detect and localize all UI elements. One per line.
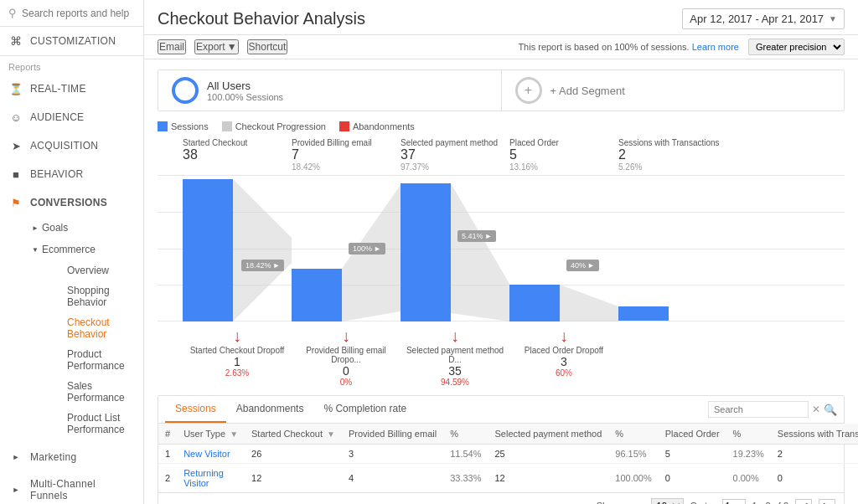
conversion-badge-3: 5.41% ► (457, 230, 496, 242)
learn-more-link[interactable]: Learn more (692, 42, 739, 52)
table-search-input[interactable] (708, 401, 809, 418)
step-label-1: Started Checkout (183, 138, 292, 147)
dropoff-arrow-1: ↓ (183, 327, 292, 346)
search-icon[interactable]: 🔍 (824, 404, 837, 416)
svg-marker-3 (560, 285, 618, 321)
col-payment-pct: % (608, 424, 658, 445)
add-segment[interactable]: + + Add Segment (502, 70, 845, 111)
sidebar-item-product-list-performance[interactable]: Product List Performance (37, 408, 143, 440)
sidebar-item-product-performance[interactable]: Product Performance (37, 344, 143, 376)
bar-step-3 (401, 183, 451, 321)
sidebar-item-customization[interactable]: ⌘ CUSTOMIZATION (0, 27, 143, 56)
date-range-picker[interactable]: Apr 12, 2017 - Apr 21, 2017 ▼ (682, 8, 845, 29)
tab-sessions[interactable]: Sessions (165, 396, 226, 423)
badge-pct-4: 40% (571, 261, 586, 270)
step-pct-2: 18.42% (292, 162, 401, 172)
step-header-1: Started Checkout 38 (183, 138, 292, 172)
dropoff-label-2: Provided Billing email Dropo... (292, 346, 401, 364)
row1-user-type[interactable]: New Visitor (177, 445, 245, 464)
step-header-4: Placed Order 5 13.16% (509, 138, 618, 172)
chevron-right-icon: ► (32, 224, 39, 232)
funnel-connector-3: 5.41% ► (451, 175, 509, 321)
sidebar-item-shopping-behavior[interactable]: Shopping Behavior (37, 280, 143, 312)
acquisition-label: ACQUISITION (30, 140, 98, 152)
col-num: # (158, 424, 177, 445)
conversion-badge-1: 18.42% ► (241, 260, 284, 271)
sidebar-item-checkout-behavior[interactable]: Checkout Behavior (37, 312, 143, 344)
sidebar-item-audience[interactable]: ☺ AUDIENCE (0, 103, 143, 131)
step-value-1: 38 (183, 147, 292, 162)
progression-label: Checkout Progression (235, 121, 326, 131)
badge-pct-3: 5.41% (462, 232, 483, 240)
marketing-label: Marketing (30, 451, 76, 463)
ecommerce-label: Ecommerce (42, 244, 96, 255)
row2-started: 12 (245, 464, 342, 493)
sort-icon-usertype: ▼ (230, 429, 238, 439)
clear-search-icon[interactable]: ✕ (812, 404, 820, 415)
main-header: Checkout Behavior Analysis Apr 12, 2017 … (144, 0, 858, 35)
row1-order: 5 (659, 445, 726, 464)
segment-pct: 100.00% Sessions (207, 92, 283, 102)
goals-expandable[interactable]: ► Goals (23, 217, 143, 239)
tab-completion[interactable]: % Completion rate (313, 396, 416, 423)
step-pct-5: 5.26% (618, 162, 727, 172)
tab-abandonments[interactable]: Abandonments (226, 396, 314, 423)
col-user-type[interactable]: User Type ▼ (177, 424, 245, 445)
dropoff-value-3: 35 (401, 364, 509, 378)
ecommerce-expandable[interactable]: ▼ Ecommerce (23, 239, 143, 260)
funnel-step-4: 40% ► (509, 175, 618, 321)
row2-user-type[interactable]: Returning Visitor (177, 464, 245, 493)
sidebar-item-sales-performance[interactable]: Sales Performance (37, 376, 143, 408)
segment-bar: All Users 100.00% Sessions + + Add Segme… (158, 69, 845, 111)
dropoff-label-3: Selected payment method D... (401, 346, 509, 364)
col-started[interactable]: Started Checkout ▼ (245, 424, 342, 445)
row1-num: 1 (158, 445, 177, 464)
prev-page-button[interactable]: ◀ (795, 499, 812, 505)
step-pct-4: 13.16% (509, 162, 618, 172)
dropoff-1: ↓ Started Checkout Dropoff 1 2.63% (183, 327, 292, 387)
row2-order: 0 (659, 464, 726, 493)
funnel-connector-4: 40% ► (560, 175, 618, 321)
table-header-row: # User Type ▼ Started Checkout ▼ Provide… (158, 424, 858, 445)
search-input[interactable] (22, 8, 135, 19)
email-button[interactable]: Email (158, 39, 186, 54)
all-users-segment[interactable]: All Users 100.00% Sessions (158, 70, 501, 111)
date-range-text: Apr 12, 2017 - Apr 21, 2017 (690, 13, 824, 25)
sidebar-item-conversions[interactable]: ⚑ CONVERSIONS (0, 188, 143, 217)
sidebar-item-realtime[interactable]: ⏳ REAL-TIME (0, 75, 143, 103)
step-label-4: Placed Order (509, 138, 618, 147)
legend-abandonments: Abandonments (339, 121, 415, 131)
sidebar-item-overview[interactable]: Overview (37, 260, 143, 280)
dropoff-arrow-3: ↓ (401, 327, 509, 346)
reports-section: Reports (0, 56, 143, 75)
funnel-step-3: 5.41% ► (401, 175, 509, 321)
col-payment: Selected payment method (488, 424, 608, 445)
dropoff-value-2: 0 (292, 364, 401, 378)
chart-legend: Sessions Checkout Progression Abandonmen… (158, 121, 845, 131)
realtime-label: REAL-TIME (30, 83, 86, 95)
dropoff-pct-2: 0% (292, 378, 401, 387)
audience-label: AUDIENCE (30, 111, 84, 123)
shortcut-button[interactable]: Shortcut (247, 39, 288, 54)
search-bar[interactable]: ⚲ (0, 0, 143, 27)
sidebar-item-acquisition[interactable]: ➤ ACQUISITION (0, 131, 143, 160)
segment-text: All Users 100.00% Sessions (207, 80, 283, 102)
badge-arrow-3: ► (485, 232, 493, 240)
export-button[interactable]: Export ▼ (194, 39, 239, 54)
behavior-icon: ■ (8, 167, 23, 182)
sidebar-item-behavior[interactable]: ■ BEHAVIOR (0, 160, 143, 188)
col-billing: Provided Billing email (342, 424, 443, 445)
sidebar-item-marketing[interactable]: ► Marketing (0, 443, 143, 471)
col-order: Placed Order (659, 424, 726, 445)
abandonments-color-box (339, 121, 349, 131)
row2-num: 2 (158, 464, 177, 493)
goto-input[interactable] (722, 499, 746, 504)
show-rows-select[interactable]: 10 (651, 498, 684, 504)
dropoff-arrow-4: ↓ (509, 327, 618, 346)
sidebar-item-multichannel[interactable]: ► Multi-Channel Funnels (0, 471, 143, 504)
step-value-5: 2 (618, 147, 727, 162)
next-page-button[interactable]: ▶ (819, 499, 835, 505)
table-footer: Show rows: 10 Go to: 1 - 2 of 2 ◀ ▶ (158, 492, 844, 504)
precision-select[interactable]: Greater precision (748, 39, 845, 55)
page-info: 1 - 2 of 2 (752, 501, 788, 504)
